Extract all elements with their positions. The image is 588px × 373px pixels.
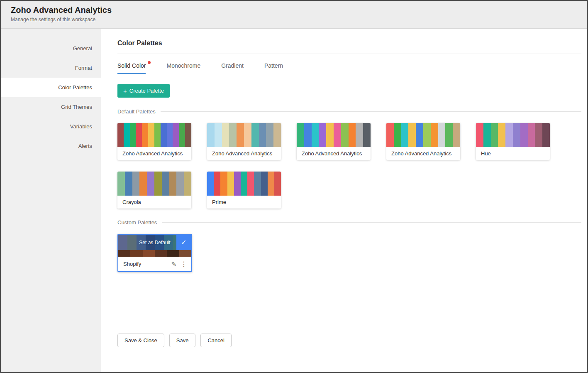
cancel-button[interactable]: Cancel: [200, 334, 231, 347]
color-swatch: [363, 123, 371, 147]
color-swatch: [274, 172, 281, 196]
color-swatch: [241, 172, 247, 196]
custom-palette-strip: Set as Default✓: [118, 235, 191, 257]
color-swatch: [184, 172, 191, 196]
color-swatch: [513, 123, 520, 147]
tab-pattern[interactable]: Pattern: [264, 62, 283, 74]
color-swatch: [143, 250, 155, 257]
palette-name: Prime: [207, 196, 281, 209]
color-swatch: [535, 123, 542, 147]
color-swatch: [476, 123, 483, 147]
color-swatch: [148, 123, 154, 147]
selected-check-icon[interactable]: ✓: [176, 235, 191, 250]
custom-palettes-section-head: Custom Palettes: [117, 219, 581, 226]
color-swatch: [176, 172, 184, 196]
palette-card-zoho-advanced-analytics[interactable]: Zoho Advanced Analytics: [297, 123, 371, 160]
palette-color-strip: [117, 123, 191, 147]
color-swatch: [431, 123, 438, 147]
sidebar-nav: GeneralFormatColor PalettesGrid ThemesVa…: [1, 39, 101, 156]
tab-label: Monochrome: [166, 62, 200, 69]
palette-card-zoho-advanced-analytics[interactable]: Zoho Advanced Analytics: [386, 123, 460, 160]
sidebar-item-general[interactable]: General: [1, 39, 101, 58]
sidebar-item-alerts[interactable]: Alerts: [1, 136, 101, 156]
palette-card-zoho-advanced-analytics[interactable]: Zoho Advanced Analytics: [117, 123, 191, 160]
palette-card-hue[interactable]: Hue: [476, 123, 550, 160]
tab-gradient[interactable]: Gradient: [221, 62, 244, 74]
create-palette-button[interactable]: + Create Palette: [117, 84, 170, 98]
color-swatch: [356, 123, 363, 147]
color-swatch: [341, 123, 349, 147]
color-swatch: [408, 123, 416, 147]
tab-label: Solid Color: [117, 62, 146, 69]
color-swatch: [161, 123, 167, 147]
color-swatch: [386, 123, 394, 147]
set-as-default-label: Set as Default: [139, 240, 170, 245]
more-options-icon[interactable]: ⋮: [181, 260, 187, 268]
color-swatch: [214, 172, 220, 196]
save-button[interactable]: Save: [169, 334, 196, 347]
color-swatch: [118, 250, 130, 257]
color-swatch: [304, 123, 312, 147]
color-swatch: [179, 123, 185, 147]
save-close-button[interactable]: Save & Close: [117, 334, 164, 347]
color-swatch: [244, 123, 251, 147]
sidebar-item-color-palettes[interactable]: Color Palettes: [1, 78, 101, 97]
page-title: Color Palettes: [117, 39, 581, 47]
color-swatch: [498, 123, 505, 147]
color-swatch: [229, 123, 237, 147]
palette-color-strip: [207, 123, 281, 147]
color-swatch: [136, 123, 142, 147]
palette-name: Hue: [476, 147, 550, 160]
sidebar-item-grid-themes[interactable]: Grid Themes: [1, 97, 101, 117]
color-swatch: [273, 123, 281, 147]
tabs: Solid ColorMonochromeGradientPattern: [117, 62, 581, 74]
color-swatch: [142, 123, 148, 147]
palette-name: Zoho Advanced Analytics: [117, 147, 191, 160]
color-swatch: [254, 172, 261, 196]
edit-pencil-icon[interactable]: ✎: [171, 260, 176, 268]
workspace-subtitle: Manage the settings of this workspace: [11, 17, 587, 22]
tab-label: Pattern: [264, 62, 283, 69]
color-swatch: [124, 123, 130, 147]
color-swatch: [349, 123, 356, 147]
color-swatch: [169, 172, 177, 196]
color-swatch: [147, 172, 154, 196]
palette-name: Zoho Advanced Analytics: [297, 147, 371, 160]
color-swatch: [207, 172, 214, 196]
palette-card-crayola[interactable]: Crayola: [117, 172, 191, 209]
color-swatch: [297, 123, 304, 147]
color-swatch: [394, 123, 401, 147]
color-swatch: [179, 250, 191, 257]
palette-color-strip: [117, 172, 191, 196]
title-divider: [117, 54, 581, 54]
color-swatch: [247, 172, 254, 196]
sidebar-item-variables[interactable]: Variables: [1, 117, 101, 136]
color-swatch: [416, 123, 423, 147]
footer-buttons: Save & CloseSaveCancel: [117, 334, 232, 347]
section-divider: [161, 111, 581, 112]
plus-icon: +: [123, 88, 127, 93]
custom-palette-footer: Shopify✎⋮: [118, 257, 191, 271]
custom-palettes-grid: Set as Default✓Shopify✎⋮: [117, 234, 581, 272]
palette-card-prime[interactable]: Prime: [207, 172, 281, 209]
workspace-settings-page: Zoho Advanced Analytics Manage the setti…: [0, 0, 588, 373]
color-swatch: [173, 123, 179, 147]
create-palette-label: Create Palette: [129, 88, 164, 94]
custom-palette-card-shopify[interactable]: Set as Default✓Shopify✎⋮: [117, 234, 192, 272]
section-divider: [162, 222, 581, 223]
color-swatch: [266, 123, 273, 147]
tab-monochrome[interactable]: Monochrome: [166, 62, 200, 74]
page-header: Zoho Advanced Analytics Manage the setti…: [1, 1, 587, 29]
color-swatch: [234, 172, 241, 196]
color-swatch: [139, 172, 147, 196]
color-swatch: [185, 123, 191, 147]
color-swatch: [130, 123, 136, 147]
palette-color-strip: [207, 172, 281, 196]
color-swatch: [401, 123, 409, 147]
palette-color-strip: [118, 250, 191, 257]
tab-label: Gradient: [221, 62, 244, 69]
palette-card-zoho-advanced-analytics[interactable]: Zoho Advanced Analytics: [207, 123, 281, 160]
color-swatch: [207, 123, 215, 147]
tab-solid-color[interactable]: Solid Color: [117, 62, 146, 74]
sidebar-item-format[interactable]: Format: [1, 58, 101, 78]
